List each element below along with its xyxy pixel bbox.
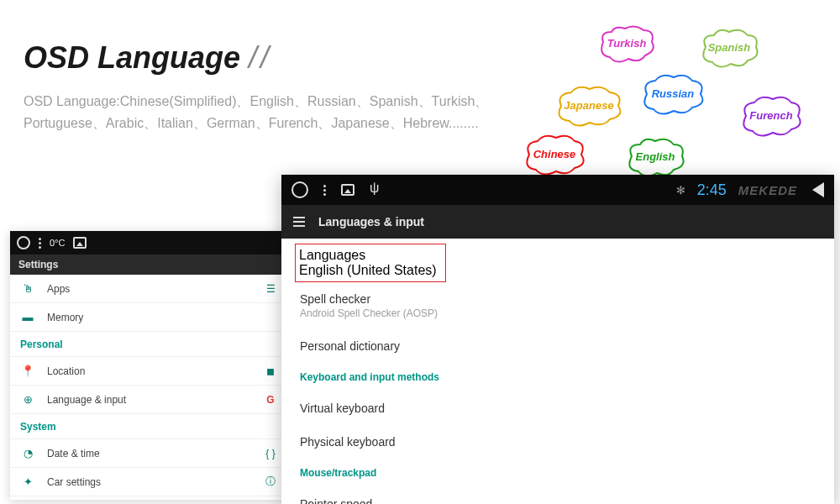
- car-icon: ✦: [20, 475, 35, 488]
- front-title-bar: Languages & input: [281, 205, 834, 239]
- status-temperature: 0°C: [50, 238, 65, 248]
- bubble-english: English: [623, 138, 687, 178]
- item-title: Personal dictionary: [300, 339, 816, 353]
- google-icon: G: [264, 394, 277, 406]
- languages-highlight[interactable]: Languages English (United States): [295, 244, 446, 282]
- back-triangle-icon[interactable]: [812, 182, 824, 197]
- bubble-chinese: Chinese: [521, 134, 588, 176]
- item-virtual-keyboard[interactable]: Virtual keyboard: [281, 391, 834, 425]
- mouse-icon: 🖱: [20, 282, 35, 295]
- bubble-spanish: Spanish: [697, 29, 761, 69]
- usb-icon: [370, 183, 381, 197]
- globe-icon: ⊕: [20, 393, 35, 406]
- item-subtitle: English (United States): [299, 263, 437, 278]
- memory-icon: ▬: [20, 311, 35, 323]
- item-title: Spell checker: [300, 292, 816, 306]
- bubble-turkish: Turkish: [596, 25, 657, 64]
- title-slashes: //: [249, 40, 272, 75]
- item-spell-checker[interactable]: Spell checker Android Spell Checker (AOS…: [281, 282, 834, 329]
- language-bubbles: Turkish Spanish Japanese Russian Furench…: [529, 25, 832, 185]
- section-mouse: Mouse/trackpad: [281, 459, 834, 487]
- item-subtitle: Android Spell Checker (AOSP): [300, 307, 816, 319]
- languages-panel-front: ✻ 2:45 MEKEDE Languages & input Language…: [281, 175, 834, 504]
- row-label: Memory: [47, 312, 264, 323]
- hamburger-icon[interactable]: [293, 217, 305, 227]
- item-physical-keyboard[interactable]: Physical keyboard: [281, 425, 834, 459]
- account-icon: ◼: [264, 365, 277, 377]
- picture-icon: [73, 237, 87, 249]
- row-label: Location: [47, 365, 264, 377]
- row-label: Language & input: [47, 394, 264, 406]
- menu-dots-icon[interactable]: [323, 185, 326, 196]
- status-time: 2:45: [697, 181, 727, 199]
- item-title: Physical keyboard: [300, 435, 816, 449]
- dev-icon: { }: [264, 448, 277, 459]
- item-personal-dictionary[interactable]: Personal dictionary: [281, 329, 834, 363]
- header-description: OSD Language:Chinese(Simplified)、English…: [24, 91, 561, 134]
- storage-icon: ☰: [264, 283, 277, 295]
- item-title: Pointer speed: [300, 497, 816, 504]
- item-pointer-speed[interactable]: Pointer speed: [281, 487, 834, 504]
- front-title: Languages & input: [318, 215, 424, 228]
- bluetooth-icon: ✻: [676, 184, 685, 197]
- info-icon: ⓘ: [264, 475, 277, 489]
- row-label: Apps: [47, 283, 264, 295]
- bubble-russian: Russian: [638, 74, 707, 116]
- clock-icon: ◔: [20, 447, 35, 459]
- front-status-bar: ✻ 2:45 MEKEDE: [281, 175, 834, 205]
- watermark-text: MEKEDE: [738, 183, 797, 197]
- picture-icon: [341, 184, 354, 196]
- page-title: OSD Language //: [24, 40, 272, 76]
- row-label: Car settings: [47, 476, 264, 488]
- front-list: Languages English (United States) Spell …: [281, 239, 834, 504]
- home-circle-icon[interactable]: [17, 236, 30, 249]
- bubble-japanese: Japanese: [553, 86, 625, 128]
- menu-dots-icon[interactable]: [39, 238, 41, 249]
- item-title: Languages: [299, 248, 437, 263]
- item-title: Virtual keyboard: [300, 402, 816, 415]
- row-label: Date & time: [47, 448, 264, 459]
- bubble-furench: Furench: [738, 96, 805, 138]
- title-text: OSD Language: [24, 40, 240, 75]
- location-icon: 📍: [20, 365, 35, 377]
- home-circle-icon[interactable]: [291, 181, 308, 198]
- section-keyboard: Keyboard and input methods: [281, 363, 834, 391]
